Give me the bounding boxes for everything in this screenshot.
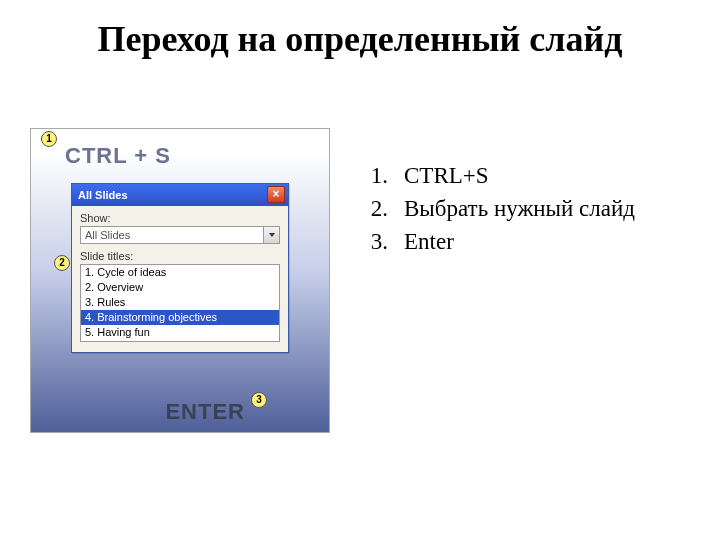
list-item-selected[interactable]: 4. Brainstorming objectives <box>81 310 279 325</box>
step-number: 1. <box>360 162 404 191</box>
close-button[interactable]: × <box>267 186 285 203</box>
dialog-title-text: All Slides <box>78 189 128 201</box>
step-marker-1: 1 <box>41 131 57 147</box>
step-row: 1. CTRL+S <box>360 162 690 191</box>
page-title: Переход на определенный слайд <box>0 18 720 60</box>
steps-list: 1. CTRL+S 2. Выбрать нужный слайд 3. Ent… <box>360 162 690 260</box>
show-label: Show: <box>80 212 280 224</box>
dialog-body: Show: All Slides Slide titles: 1. Cycle … <box>72 206 288 352</box>
slide-titles-label: Slide titles: <box>80 250 280 262</box>
show-dropdown[interactable]: All Slides <box>80 226 280 244</box>
step-number: 3. <box>360 228 404 257</box>
ctrl-plus-s-label: CTRL + S <box>65 143 171 169</box>
step-marker-2: 2 <box>54 255 70 271</box>
close-icon: × <box>272 187 279 201</box>
step-row: 3. Enter <box>360 228 690 257</box>
list-item[interactable]: 1. Cycle of ideas <box>81 265 279 280</box>
list-item[interactable]: 3. Rules <box>81 295 279 310</box>
enter-label: ENTER <box>165 399 245 425</box>
step-row: 2. Выбрать нужный слайд <box>360 195 690 224</box>
all-slides-dialog: All Slides × Show: All Slides Slide titl… <box>71 183 289 353</box>
list-item[interactable]: 2. Overview <box>81 280 279 295</box>
step-text: CTRL+S <box>404 162 690 191</box>
step-number: 2. <box>360 195 404 224</box>
step-text: Выбрать нужный слайд <box>404 195 690 224</box>
step-marker-3: 3 <box>251 392 267 408</box>
show-dropdown-value: All Slides <box>85 229 130 241</box>
illustration-panel: CTRL + S 1 2 3 All Slides × Show: All Sl… <box>30 128 330 433</box>
slide-titles-list[interactable]: 1. Cycle of ideas 2. Overview 3. Rules 4… <box>80 264 280 342</box>
step-text: Enter <box>404 228 690 257</box>
dialog-titlebar: All Slides × <box>72 184 288 206</box>
chevron-down-icon <box>269 233 275 237</box>
list-item[interactable]: 5. Having fun <box>81 325 279 340</box>
